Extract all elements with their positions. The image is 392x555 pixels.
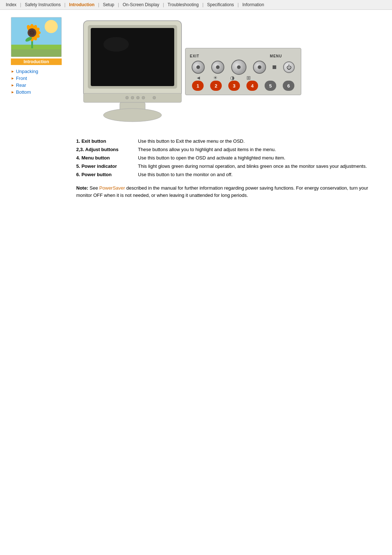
- nav-safety[interactable]: Safety Instructions: [22, 1, 64, 8]
- right-content: EXIT MENU: [76, 17, 381, 199]
- sidebar-item-rear[interactable]: ► Rear: [11, 82, 69, 89]
- desc-text-4: Use this button to turn the monitor on a…: [138, 170, 381, 179]
- nav-information[interactable]: Information: [240, 1, 267, 8]
- note-section: Note: See PowerSaver described in the ma…: [76, 185, 381, 199]
- desc-row-3: 5. Power indicatorThis light glows green…: [76, 162, 381, 170]
- nav-osd[interactable]: On-Screen Display: [120, 1, 162, 8]
- sidebar-link-bottom[interactable]: Bottom: [16, 89, 31, 95]
- nav-index[interactable]: Index: [3, 1, 19, 8]
- note-label: Note:: [76, 185, 88, 191]
- desc-text-3: This light glows green during normal ope…: [138, 162, 381, 170]
- svg-point-2: [45, 20, 58, 33]
- nav-sep-2: |: [64, 2, 66, 7]
- descriptions-table: 1. Exit buttonUse this button to Exit th…: [76, 137, 381, 179]
- btn3-dot: [237, 65, 241, 69]
- controls-panel: EXIT MENU: [185, 48, 301, 95]
- arrow-icon-bottom: ►: [11, 90, 15, 94]
- desc-row-1: 2,3. Adjust buttonsThese buttons allow y…: [76, 145, 381, 154]
- sidebar-link-unpacking[interactable]: Unpacking: [16, 69, 38, 74]
- desc-text-0: Use this button to Exit the active menu …: [138, 137, 381, 145]
- svg-point-16: [33, 32, 34, 33]
- sidebar-title: Introduction: [11, 58, 62, 65]
- nav-sep-4: |: [117, 2, 120, 7]
- nav-sep-6: |: [201, 2, 204, 7]
- monitor-section: EXIT MENU: [76, 17, 381, 126]
- icons-row: ◄ ☀ ◑ ⊞: [190, 75, 297, 81]
- btn1-dot: [196, 65, 200, 69]
- desc-row-4: 6. Power buttonUse this button to turn t…: [76, 170, 381, 179]
- adjust-btn-3[interactable]: [231, 60, 246, 75]
- num-btn-2[interactable]: 2: [210, 81, 222, 91]
- desc-text-1: These buttons allow you to highlight and…: [138, 145, 381, 154]
- svg-point-15: [32, 31, 33, 32]
- num-btn-3[interactable]: 3: [228, 81, 240, 91]
- svg-point-30: [103, 109, 162, 122]
- svg-point-31: [103, 37, 129, 52]
- desc-label-2: 4. Menu button: [76, 154, 138, 162]
- nav-sep-7: |: [237, 2, 240, 7]
- arrow-icon-rear: ►: [11, 83, 15, 87]
- nav-sep-1: |: [19, 2, 22, 7]
- icon-auto: ⊞: [246, 75, 251, 81]
- power-icon: ⏻: [286, 64, 291, 70]
- svg-point-24: [126, 96, 128, 99]
- label-menu: MENU: [270, 54, 282, 58]
- desc-label-1: 2,3. Adjust buttons: [76, 145, 138, 154]
- svg-point-26: [136, 96, 139, 99]
- num-btn-5[interactable]: 5: [265, 81, 276, 91]
- nav-troubleshooting[interactable]: Troubleshooting: [165, 1, 202, 8]
- desc-row-0: 1. Exit buttonUse this button to Exit th…: [76, 137, 381, 145]
- svg-rect-1: [11, 45, 62, 57]
- adjust-btn-2[interactable]: [211, 61, 224, 74]
- icon-minus: ◄: [196, 75, 201, 81]
- svg-point-14: [30, 31, 31, 32]
- btn4-dot: [258, 65, 261, 69]
- num-btn-4[interactable]: 4: [246, 81, 258, 91]
- control-buttons-row: ⏻: [190, 60, 297, 75]
- icon-contrast: ◑: [230, 75, 234, 81]
- sidebar-nav: ► Unpacking ► Front ► Rear ► Bottom: [11, 68, 69, 96]
- sidebar-link-rear[interactable]: Rear: [16, 82, 26, 88]
- note-prefix: See: [90, 185, 99, 191]
- numbered-buttons: 1 2 3 4 5 6: [190, 81, 297, 91]
- arrow-icon-unpacking: ►: [11, 69, 15, 73]
- menu-button-ctrl[interactable]: [253, 61, 266, 74]
- controls-top-labels: EXIT MENU: [190, 54, 297, 58]
- exit-button-ctrl[interactable]: [192, 61, 205, 74]
- power-indicator-dot: [273, 65, 276, 69]
- icon-brightness: ☀: [213, 75, 218, 81]
- powersaver-link[interactable]: PowerSaver: [99, 185, 125, 191]
- main-content: Introduction ► Unpacking ► Front ► Rear …: [0, 10, 392, 206]
- num-btn-6[interactable]: 6: [283, 81, 294, 91]
- desc-label-4: 6. Power button: [76, 170, 138, 179]
- monitor-svg: [76, 17, 189, 126]
- desc-row-2: 4. Menu buttonUse this button to open th…: [76, 154, 381, 162]
- svg-point-25: [131, 96, 134, 99]
- nav-sep-5: |: [162, 2, 165, 7]
- svg-point-17: [30, 33, 32, 34]
- label-exit: EXIT: [190, 54, 199, 58]
- num-btn-1[interactable]: 1: [192, 81, 204, 91]
- btn2-dot: [216, 65, 220, 69]
- sidebar-item-bottom[interactable]: ► Bottom: [11, 89, 69, 96]
- nav-setup[interactable]: Setup: [100, 1, 117, 8]
- svg-point-18: [33, 33, 34, 35]
- arrow-icon-front: ►: [11, 76, 15, 80]
- nav-sep-3: |: [97, 2, 100, 7]
- svg-point-27: [142, 96, 145, 99]
- sidebar-item-unpacking[interactable]: ► Unpacking: [11, 68, 69, 75]
- sidebar-image: [11, 17, 62, 57]
- nav-introduction[interactable]: Introduction: [66, 1, 97, 8]
- desc-text-2: Use this button to open the OSD and acti…: [138, 154, 381, 162]
- sidebar-link-front[interactable]: Front: [16, 76, 27, 81]
- nav-specifications[interactable]: Specifications: [204, 1, 237, 8]
- navigation-bar: Index | Safety Instructions | Introducti…: [0, 0, 392, 10]
- power-button-ctrl[interactable]: ⏻: [283, 61, 295, 73]
- sidebar: Introduction ► Unpacking ► Front ► Rear …: [11, 17, 69, 199]
- svg-point-28: [153, 96, 156, 99]
- desc-label-0: 1. Exit button: [76, 137, 138, 145]
- svg-rect-22: [91, 28, 174, 86]
- desc-label-3: 5. Power indicator: [76, 162, 138, 170]
- sidebar-item-front[interactable]: ► Front: [11, 75, 69, 82]
